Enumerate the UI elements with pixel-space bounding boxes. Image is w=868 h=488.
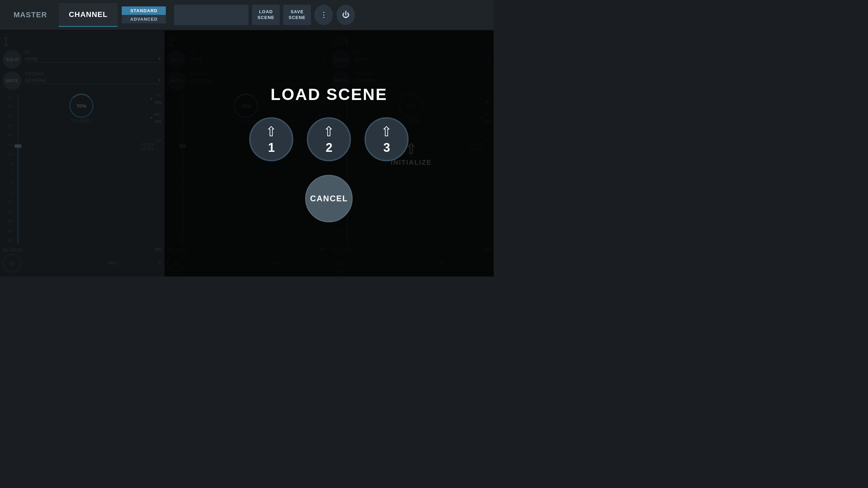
scene-1-arrow-icon: ⇧	[265, 124, 277, 139]
tab-channel[interactable]: CHANNEL	[59, 3, 118, 27]
mode-standard-btn[interactable]: STANDARD	[122, 6, 166, 15]
mode-group: STANDARD ADVANCED	[122, 6, 166, 23]
cancel-btn[interactable]: CANCEL	[305, 175, 353, 222]
tab-master[interactable]: MASTER	[3, 3, 57, 27]
channel-strip-1: 1 SOLO FX NONE ▼ MUTE VOICING GENERAL ▼	[0, 30, 164, 277]
power-btn[interactable]: ⏻	[336, 5, 355, 25]
scene-slot-3-btn[interactable]: ⇧ 3	[364, 117, 409, 161]
scene-1-number: 1	[268, 141, 275, 155]
power-icon: ⏻	[342, 11, 350, 19]
scene-2-number: 2	[326, 141, 332, 155]
menu-icon: ⋮	[320, 11, 328, 19]
scene-slot-1-btn[interactable]: ⇧ 1	[249, 117, 293, 161]
modal-title: LOAD SCENE	[271, 85, 388, 104]
channels-area: 1 SOLO FX NONE ▼ MUTE VOICING GENERAL ▼	[0, 30, 494, 277]
channel-tab-label: CHANNEL	[69, 10, 108, 19]
mode-advanced-btn[interactable]: ADVANCED	[122, 15, 166, 23]
scene-3-arrow-icon: ⇧	[381, 124, 392, 139]
menu-btn[interactable]: ⋮	[314, 5, 333, 25]
top-bar: MASTER CHANNEL STANDARD ADVANCED LOAD SC…	[0, 0, 494, 30]
scene-name-box	[174, 5, 249, 25]
save-scene-btn[interactable]: SAVE SCENE	[283, 5, 311, 25]
scene-3-number: 3	[383, 141, 390, 155]
load-scene-modal: LOAD SCENE ⇧ 1 ⇧ 2 ⇧ 3 CANCEL	[164, 30, 494, 277]
master-tab-label: MASTER	[14, 11, 47, 19]
scene-2-arrow-icon: ⇧	[323, 124, 335, 139]
scene-slots-row: ⇧ 1 ⇧ 2 ⇧ 3	[249, 117, 409, 161]
load-scene-btn[interactable]: LOAD SCENE	[252, 5, 280, 25]
scene-slot-2-btn[interactable]: ⇧ 2	[307, 117, 351, 161]
